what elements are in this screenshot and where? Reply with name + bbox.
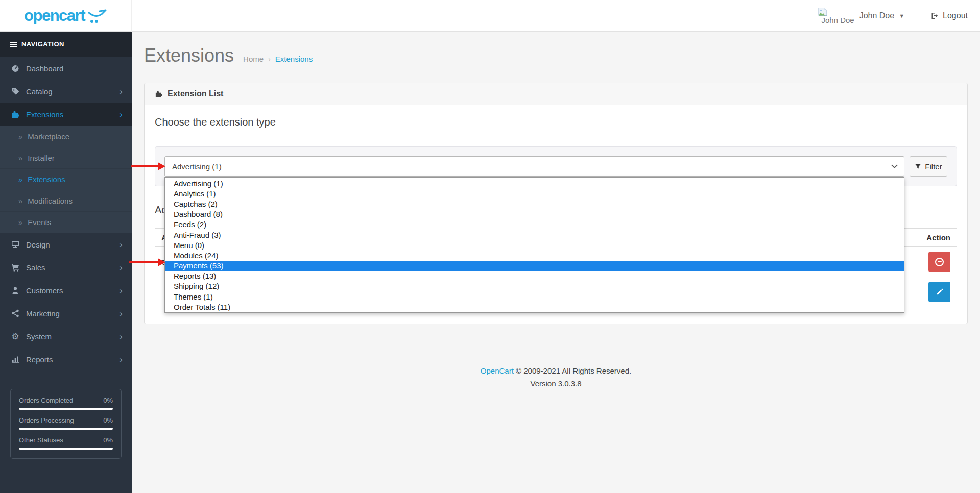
chevron-right-icon: › (119, 240, 123, 249)
stat-value: 0% (103, 397, 113, 404)
panel-heading: Extension List (145, 83, 967, 105)
submenu-item-extensions[interactable]: » Extensions (0, 168, 132, 190)
filter-button[interactable]: Filter (910, 156, 947, 177)
sidebar-item-label: Design (26, 240, 50, 249)
opencart-footer-link[interactable]: OpenCart (481, 366, 514, 375)
dropdown-option-themes[interactable]: Themes (1) (165, 291, 904, 302)
sidebar-item-label: Catalog (26, 87, 53, 96)
breadcrumb-current[interactable]: Extensions (275, 55, 313, 63)
extension-type-dropdown: Advertising (1) Analytics (1) Captchas (… (164, 177, 904, 313)
sidebar-item-system[interactable]: ⚙ System › (0, 325, 132, 348)
dashboard-icon (9, 64, 21, 72)
breadcrumb-home[interactable]: Home (243, 55, 264, 63)
sidebar-item-design[interactable]: Design › (0, 233, 132, 256)
edit-button[interactable] (928, 282, 950, 302)
sidebar-item-reports[interactable]: Reports › (0, 348, 132, 371)
progress-bar (19, 428, 113, 430)
sidebar-item-label: Sales (26, 263, 45, 272)
extension-type-select[interactable]: Advertising (1) (164, 156, 904, 177)
submenu-item-label: Modifications (28, 196, 73, 205)
user-menu-label: John Doe (859, 11, 895, 20)
panel-body: Choose the extension type Advertising (1… (145, 105, 967, 324)
chevron-down-icon (891, 162, 898, 168)
user-icon (9, 286, 21, 294)
filter-button-label: Filter (925, 162, 942, 171)
gear-icon: ⚙ (9, 332, 21, 341)
stat-orders-processing: Orders Processing 0% (19, 416, 113, 430)
extension-list-panel: Extension List Choose the extension type… (144, 83, 968, 324)
stat-value: 0% (103, 416, 113, 424)
dropdown-option-payments[interactable]: Payments (53) (165, 261, 904, 271)
submenu-item-installer[interactable]: » Installer (0, 147, 132, 168)
dropdown-option-menu[interactable]: Menu (0) (165, 240, 904, 250)
sidebar-item-customers[interactable]: Customers › (0, 279, 132, 302)
chevron-right-icon: › (119, 309, 123, 318)
choose-extension-type-heading: Choose the extension type (155, 116, 957, 136)
user-menu-button[interactable]: John Doe ▼ (859, 11, 904, 20)
sidebar-item-sales[interactable]: Sales › (0, 256, 132, 279)
monitor-icon (9, 240, 21, 249)
dropdown-option-feeds[interactable]: Feeds (2) (165, 219, 904, 230)
top-header: opencart John Doe John Doe ▼ (0, 0, 980, 32)
selected-option-label: Advertising (1) (172, 162, 222, 171)
copyright-text: © 2009-2021 All Rights Reserved. (516, 366, 631, 375)
dropdown-option-order-totals[interactable]: Order Totals (11) (165, 302, 904, 312)
order-stats-box: Orders Completed 0% Orders Processing 0%… (10, 389, 122, 459)
broken-image-icon (818, 8, 827, 16)
breadcrumb-separator-icon: › (268, 55, 271, 63)
double-angle-icon: » (18, 132, 22, 141)
submenu-item-marketplace[interactable]: » Marketplace (0, 126, 132, 147)
dropdown-option-shipping[interactable]: Shipping (12) (165, 281, 904, 291)
sidebar-item-marketing[interactable]: Marketing › (0, 302, 132, 325)
pencil-icon (936, 288, 943, 295)
sidebar-item-label: Customers (26, 286, 63, 295)
submenu-item-label: Marketplace (28, 132, 69, 141)
opencart-logo-text: opencart (24, 7, 85, 25)
puzzle-icon (9, 110, 21, 118)
extensions-submenu: » Marketplace » Installer » Extensions »… (0, 126, 132, 233)
chevron-right-icon: › (119, 87, 123, 96)
extension-type-select-wrap: Advertising (1) Advertising (1) Analytic… (164, 156, 904, 177)
user-avatar-block: John Doe (818, 8, 854, 24)
sidebar-item-label: Reports (26, 355, 53, 364)
dropdown-option-dashboard[interactable]: Dashboard (8) (165, 209, 904, 219)
chevron-right-icon: › (119, 332, 123, 341)
chevron-right-icon: › (119, 286, 123, 295)
uninstall-button[interactable] (928, 252, 950, 272)
dropdown-option-analytics[interactable]: Analytics (1) (165, 188, 904, 199)
footer: OpenCart © 2009-2021 All Rights Reserved… (132, 365, 980, 390)
chevron-right-icon: › (119, 263, 123, 272)
logout-icon (930, 12, 939, 20)
avatar-alt-text: John Doe (821, 16, 854, 24)
sidebar-item-label: System (26, 332, 52, 341)
opencart-logo[interactable]: opencart (0, 0, 132, 32)
progress-bar (19, 408, 113, 410)
bar-chart-icon (9, 355, 21, 363)
sidebar: NAVIGATION Dashboard Catalog › Extension… (0, 32, 132, 493)
chevron-down-icon: ▼ (899, 13, 904, 19)
stat-other-statuses: Other Statuses 0% (19, 436, 113, 450)
sidebar-item-extensions[interactable]: Extensions › (0, 103, 132, 126)
double-angle-icon: » (18, 218, 22, 227)
footer-version: Version 3.0.3.8 (132, 378, 980, 390)
dropdown-option-reports[interactable]: Reports (13) (165, 271, 904, 281)
footer-copyright: OpenCart © 2009-2021 All Rights Reserved… (132, 365, 980, 378)
dropdown-option-anti-fraud[interactable]: Anti-Fraud (3) (165, 230, 904, 240)
dropdown-option-advertising[interactable]: Advertising (1) (165, 178, 904, 188)
column-header-action: Action (900, 229, 957, 247)
filter-well: Advertising (1) Advertising (1) Analytic… (155, 146, 957, 186)
submenu-item-label: Events (28, 218, 51, 227)
shopping-cart-icon (9, 263, 21, 272)
sidebar-item-label: Extensions (26, 110, 63, 119)
submenu-item-events[interactable]: » Events (0, 211, 132, 233)
sidebar-item-catalog[interactable]: Catalog › (0, 80, 132, 103)
logout-button[interactable]: Logout (918, 0, 980, 32)
page-title: Extensions (144, 45, 234, 66)
double-angle-icon: » (18, 175, 22, 184)
submenu-item-modifications[interactable]: » Modifications (0, 190, 132, 211)
stat-label: Orders Processing (19, 416, 74, 424)
dropdown-option-captchas[interactable]: Captchas (2) (165, 199, 904, 209)
sidebar-item-dashboard[interactable]: Dashboard (0, 57, 132, 80)
dropdown-option-modules[interactable]: Modules (24) (165, 250, 904, 260)
filter-funnel-icon (915, 163, 921, 170)
